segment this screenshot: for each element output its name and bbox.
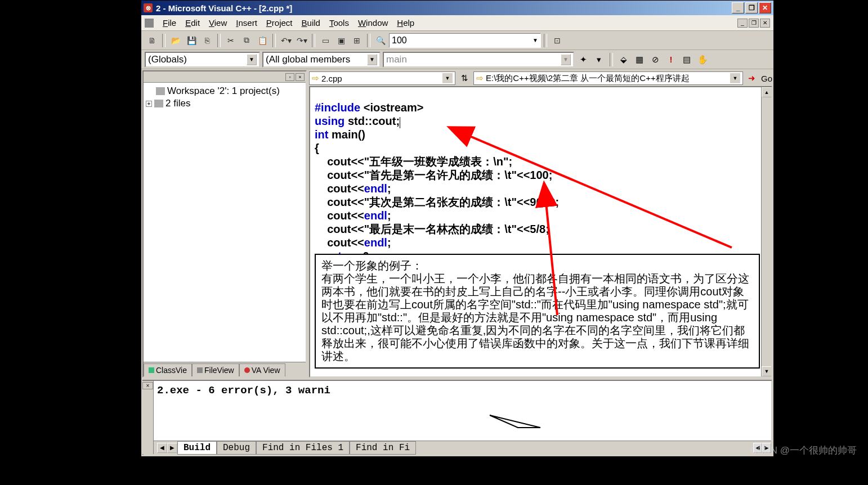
mdi-close[interactable]: ✕ <box>760 19 770 28</box>
menu-file[interactable]: File <box>158 17 181 29</box>
menu-view[interactable]: View <box>204 17 231 29</box>
maximize-button[interactable]: ❐ <box>745 2 758 14</box>
project-label: 2 files <box>165 98 190 109</box>
standard-toolbar: 🗎 📂 💾 ⎘ ✂ ⧉ 📋 ↶▾ ↷▾ ▭ ▣ ⊞ 🔍 100 ▼ ⊡ <box>141 31 773 50</box>
cut-icon[interactable]: ✂ <box>223 33 238 48</box>
annotation-text: 举一个形象的例子： 有两个学生，一个叫小王，一个小李，他们都各自拥有一本相同的语… <box>321 259 749 362</box>
expand-icon[interactable]: + <box>146 101 152 107</box>
workspace-icon <box>156 87 165 95</box>
tab-build[interactable]: Build <box>177 441 217 455</box>
workspace-body: ▫ × Workspace '2': 1 project(s) +2 files… <box>141 69 773 379</box>
output-close-icon[interactable]: × <box>142 382 153 389</box>
workspace-tree[interactable]: Workspace '2': 1 project(s) +2 files <box>144 83 306 362</box>
tab-find2[interactable]: Find in Fi <box>350 441 416 455</box>
tab-vaview[interactable]: VA View <box>239 363 285 376</box>
hand-icon[interactable]: ✋ <box>696 53 709 66</box>
find-icon[interactable]: 🔍 <box>373 33 388 48</box>
tab-scroll-left-icon[interactable]: ◀ <box>157 443 167 453</box>
title-bar[interactable]: ⊗ 2 - Microsoft Visual C++ - [2.cpp *] _… <box>141 1 773 15</box>
workspace-icon[interactable]: ▭ <box>318 33 333 48</box>
menu-help[interactable]: Help <box>392 17 419 29</box>
copy-icon[interactable]: ⧉ <box>239 33 254 48</box>
go-arrow-icon[interactable]: ➜ <box>745 71 759 85</box>
side-tabs: ClassVie FileView VA View <box>144 362 306 376</box>
save-icon[interactable]: 💾 <box>184 33 199 48</box>
undo-icon[interactable]: ↶▾ <box>279 33 293 48</box>
menu-window[interactable]: Window <box>354 17 392 29</box>
app-icon: ⊗ <box>144 3 153 12</box>
output-panel: × 2.exe - 6 error(s), 3 warni ◀ ▶ Build … <box>142 380 772 455</box>
split-icon[interactable]: ⇅ <box>458 71 471 85</box>
members-combo[interactable]: (All global members▼ <box>262 52 381 68</box>
scope-combo[interactable]: (Globals)▼ <box>145 52 260 68</box>
window-title: 2 - Microsoft Visual C++ - [2.cpp *] <box>156 3 292 13</box>
mdi-doc-icon <box>145 19 154 28</box>
app-window: ⊗ 2 - Microsoft Visual C++ - [2.cpp *] _… <box>141 0 774 457</box>
tab-fileview[interactable]: FileView <box>192 363 239 376</box>
editor-panel: ⇨ 2.cpp ▼ ⇅ ⇨ E:\我的C++视频\2第二章 从一个最简短的C++… <box>309 70 772 378</box>
go-icon[interactable]: ▤ <box>680 53 693 66</box>
menu-tools[interactable]: Tools <box>325 17 354 29</box>
arrow-right-icon: ⇨ <box>476 73 484 83</box>
close-button[interactable]: ✕ <box>759 2 771 14</box>
paste-icon[interactable]: 📋 <box>255 33 270 48</box>
file-tab-current[interactable]: ⇨ 2.cpp ▼ <box>309 71 455 85</box>
tab-debug[interactable]: Debug <box>217 441 256 455</box>
mdi-minimize[interactable]: _ <box>737 19 748 28</box>
annotation-callout: 举一个形象的例子： 有两个学生，一个叫小王，一个小李，他们都各自拥有一本相同的语… <box>315 254 760 369</box>
stop-build-icon[interactable]: ⊘ <box>648 53 662 66</box>
output-icon[interactable]: ▣ <box>334 33 348 48</box>
va-refresh-icon[interactable]: ✦ <box>576 53 590 66</box>
tab-classview[interactable]: ClassVie <box>144 363 192 376</box>
panel-close-icon[interactable]: × <box>296 73 305 81</box>
chevron-down-icon[interactable]: ▼ <box>730 73 740 83</box>
open-icon[interactable]: 📂 <box>168 33 183 48</box>
build-icon[interactable]: ▦ <box>633 53 646 66</box>
execute-icon[interactable]: ! <box>664 53 678 66</box>
code-editor[interactable]: #include <iostream> using std::cout; int… <box>309 86 772 378</box>
wizard-bar: (Globals)▼ (All global members▼ main▼ ✦ … <box>141 50 773 69</box>
window-list-icon[interactable]: ⊞ <box>350 33 364 48</box>
redo-icon[interactable]: ↷▾ <box>294 33 309 48</box>
compile-icon[interactable]: ⬙ <box>617 53 630 66</box>
menu-project[interactable]: Project <box>262 17 297 29</box>
text-cursor <box>400 117 400 128</box>
chevron-down-icon: ▼ <box>533 37 538 43</box>
minimize-button[interactable]: _ <box>732 2 744 14</box>
workspace-label: Workspace '2': 1 project(s) <box>167 86 280 97</box>
scroll-up-icon[interactable]: ▲ <box>762 87 772 97</box>
chevron-down-icon[interactable]: ▼ <box>442 73 453 83</box>
zoom-value: 100 <box>392 35 407 46</box>
go-label[interactable]: Go <box>761 74 772 83</box>
tile-icon[interactable]: ⊡ <box>550 33 565 48</box>
zoom-combo[interactable]: 100 ▼ <box>389 33 541 48</box>
output-text[interactable]: 2.exe - 6 error(s), 3 warni <box>144 381 771 441</box>
tab-scroll-right-icon[interactable]: ▶ <box>167 443 177 453</box>
watermark: CSDN @一个很帅的帅哥 <box>750 444 857 457</box>
save-all-icon[interactable]: ⎘ <box>200 33 214 48</box>
scroll-down-icon[interactable]: ▼ <box>762 366 772 376</box>
panel-restore-icon[interactable]: ▫ <box>285 73 294 81</box>
workspace-panel: ▫ × Workspace '2': 1 project(s) +2 files… <box>142 70 307 378</box>
menu-build[interactable]: Build <box>297 17 325 29</box>
menu-bar: File Edit View Insert Project Build Tool… <box>141 15 773 31</box>
function-combo[interactable]: main▼ <box>383 52 574 68</box>
mdi-restore[interactable]: ❐ <box>749 19 759 28</box>
menu-insert[interactable]: Insert <box>231 17 262 29</box>
vertical-scrollbar[interactable]: ▲ ▼ <box>761 87 771 376</box>
arrow-right-icon: ⇨ <box>312 73 319 83</box>
path-combo[interactable]: ⇨ E:\我的C++视频\2第二章 从一个最简短的C++程序讲起 ▼ <box>473 71 743 85</box>
menu-edit[interactable]: Edit <box>181 17 204 29</box>
new-file-icon[interactable]: 🗎 <box>145 33 159 48</box>
project-icon <box>154 100 163 107</box>
tab-find1[interactable]: Find in Files 1 <box>256 441 350 455</box>
va-drop-icon[interactable]: ▾ <box>592 53 606 66</box>
